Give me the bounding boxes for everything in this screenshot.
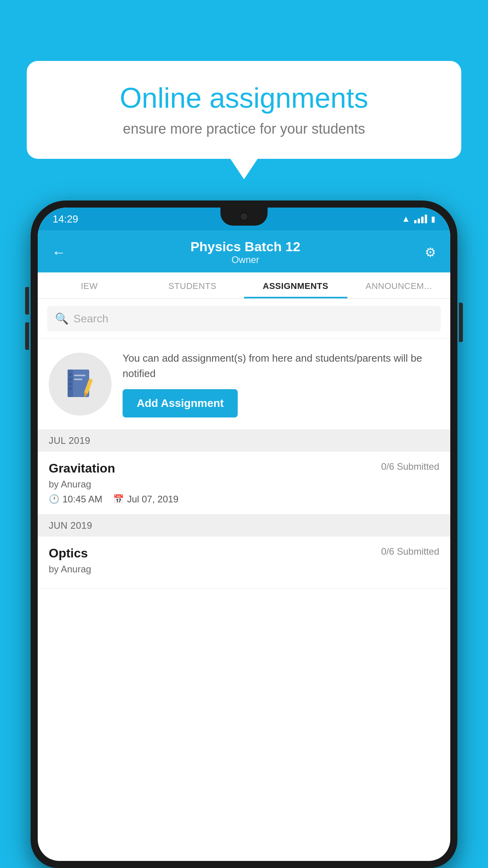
promo-text: You can add assignment(s) from here and … bbox=[123, 351, 439, 381]
svg-rect-2 bbox=[69, 373, 72, 376]
header-title: Physics Batch 12 bbox=[191, 239, 301, 254]
wifi-icon: ▲ bbox=[402, 214, 410, 224]
phone-frame: 14:29 ▲ ▮ ← Ph bbox=[31, 200, 457, 868]
notebook-icon bbox=[64, 368, 97, 401]
month-separator-jul: JUL 2019 bbox=[38, 430, 450, 452]
assignment-submitted: 0/6 Submitted bbox=[381, 461, 439, 472]
assignment-row1: Gravitation 0/6 Submitted bbox=[49, 461, 439, 476]
assignment-submitted-optics: 0/6 Submitted bbox=[381, 546, 439, 557]
speech-bubble-container: Online assignments ensure more practice … bbox=[27, 61, 461, 159]
volume-up-button bbox=[25, 287, 29, 314]
speech-bubble-title: Online assignments bbox=[50, 83, 438, 114]
camera bbox=[240, 212, 248, 221]
search-icon: 🔍 bbox=[55, 312, 69, 325]
month-separator-jun: JUN 2019 bbox=[38, 515, 450, 537]
search-container: 🔍 Search bbox=[38, 299, 450, 339]
battery-icon: ▮ bbox=[431, 214, 435, 224]
search-input[interactable]: Search bbox=[73, 313, 108, 325]
add-assignment-button[interactable]: Add Assignment bbox=[123, 389, 238, 417]
assignment-name-optics: Optics bbox=[49, 546, 88, 561]
tabs-bar: IEW STUDENTS ASSIGNMENTS ANNOUNCEM... bbox=[38, 272, 450, 299]
status-time: 14:29 bbox=[53, 213, 78, 225]
phone-screen: 14:29 ▲ ▮ ← Ph bbox=[38, 208, 450, 861]
speech-bubble-subtitle: ensure more practice for your students bbox=[50, 121, 438, 137]
header-subtitle: Owner bbox=[191, 254, 301, 265]
svg-rect-7 bbox=[74, 379, 83, 380]
assignment-meta: 🕐 10:45 AM 📅 Jul 07, 2019 bbox=[49, 494, 439, 505]
assignment-by: by Anurag bbox=[49, 479, 439, 490]
assignment-date: 📅 Jul 07, 2019 bbox=[113, 494, 178, 505]
promo-content: You can add assignment(s) from here and … bbox=[123, 351, 439, 417]
power-button bbox=[459, 303, 463, 342]
calendar-icon: 📅 bbox=[113, 494, 124, 504]
svg-rect-5 bbox=[69, 388, 72, 390]
search-input-wrapper[interactable]: 🔍 Search bbox=[47, 306, 441, 331]
clock-icon: 🕐 bbox=[49, 494, 59, 504]
status-icons: ▲ ▮ bbox=[402, 214, 435, 224]
notch bbox=[220, 208, 268, 226]
back-button[interactable]: ← bbox=[52, 244, 66, 261]
signal-icon bbox=[414, 215, 427, 223]
status-bar: 14:29 ▲ ▮ bbox=[38, 208, 450, 230]
tab-iew[interactable]: IEW bbox=[38, 272, 141, 298]
settings-icon[interactable]: ⚙ bbox=[425, 245, 436, 260]
svg-rect-6 bbox=[74, 375, 86, 376]
speech-bubble: Online assignments ensure more practice … bbox=[27, 61, 461, 159]
volume-down-button bbox=[25, 322, 29, 350]
promo-section: You can add assignment(s) from here and … bbox=[38, 339, 450, 430]
header-center: Physics Batch 12 Owner bbox=[191, 239, 301, 265]
tab-students[interactable]: STUDENTS bbox=[141, 272, 244, 298]
app-header: ← Physics Batch 12 Owner ⚙ bbox=[38, 230, 450, 272]
promo-icon-circle bbox=[49, 353, 112, 416]
assignment-item-optics[interactable]: Optics 0/6 Submitted by Anurag bbox=[38, 537, 450, 588]
tab-assignments[interactable]: ASSIGNMENTS bbox=[244, 272, 347, 298]
assignment-row1-optics: Optics 0/6 Submitted bbox=[49, 546, 439, 561]
svg-rect-4 bbox=[69, 383, 72, 385]
tab-announcements[interactable]: ANNOUNCEM... bbox=[347, 272, 451, 298]
svg-rect-3 bbox=[69, 378, 72, 381]
assignment-time: 🕐 10:45 AM bbox=[49, 494, 102, 505]
assignment-name: Gravitation bbox=[49, 461, 115, 476]
assignment-item-gravitation[interactable]: Gravitation 0/6 Submitted by Anurag 🕐 10… bbox=[38, 452, 450, 515]
assignment-by-optics: by Anurag bbox=[49, 564, 439, 575]
